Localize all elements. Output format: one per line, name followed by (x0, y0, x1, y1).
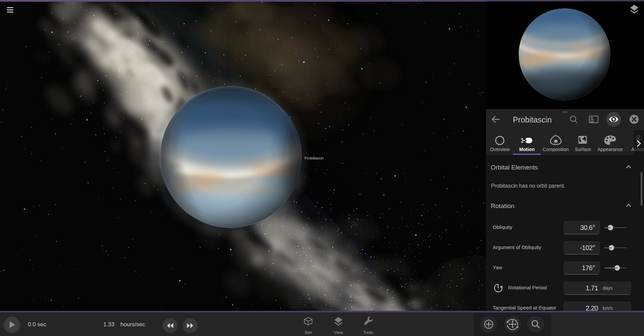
svg-text:Probitascin: Probitascin (305, 156, 324, 160)
